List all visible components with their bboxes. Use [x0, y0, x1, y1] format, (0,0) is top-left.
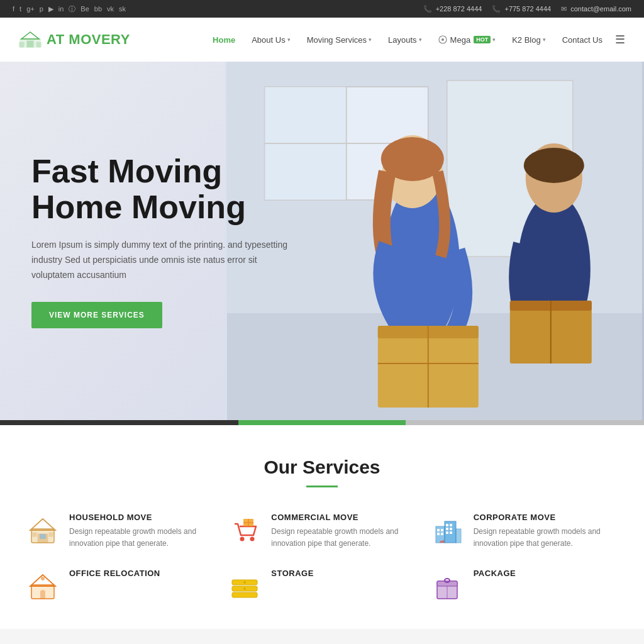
office-icon	[25, 569, 60, 604]
svg-rect-31	[33, 533, 36, 536]
progress-gray	[406, 420, 644, 425]
view-more-services-button[interactable]: VIEW MORE SERVICES	[31, 302, 162, 328]
service-package: PACKAGE	[430, 569, 619, 604]
svg-rect-48	[450, 528, 452, 530]
svg-point-19	[524, 148, 584, 183]
nav-mega[interactable]: Mega HOT ▾	[432, 31, 502, 48]
googleplus-icon[interactable]: g+	[26, 5, 35, 13]
instagram-icon[interactable]: ⓘ	[69, 4, 75, 14]
behance-icon[interactable]: Be	[80, 5, 89, 13]
svg-rect-61	[445, 579, 450, 582]
skype-icon[interactable]: sk	[119, 5, 126, 13]
household-title: HOUSEHOLD MOVE	[69, 513, 214, 522]
commercial-icon	[227, 513, 262, 548]
email: ✉ contact@email.com	[561, 5, 631, 13]
svg-rect-44	[441, 533, 443, 535]
progress-black	[0, 420, 238, 425]
svg-rect-2	[27, 41, 33, 47]
household-content: HOUSEHOLD MOVE Design repeatable growth …	[69, 513, 214, 550]
contact-info: 📞 +228 872 4444 📞 +775 872 4444 ✉ contac…	[423, 5, 631, 13]
household-icon	[25, 513, 60, 548]
commercial-desc: Design repeatable growth models and inno…	[271, 526, 416, 550]
package-title: PACKAGE	[474, 569, 516, 578]
household-desc: Design repeatable growth models and inno…	[69, 526, 214, 550]
pinterest-icon[interactable]: p	[40, 5, 43, 13]
package-icon	[430, 569, 465, 604]
svg-rect-42	[441, 529, 443, 531]
svg-rect-30	[40, 534, 46, 539]
section-underline	[306, 486, 338, 487]
youtube-icon[interactable]: ▶	[48, 5, 53, 13]
services-section: Our Services HOUSEHOLD MOVE Design repea…	[0, 425, 644, 629]
service-storage: STORAGE	[227, 569, 416, 604]
corporate-desc: Design repeatable growth models and inno…	[474, 526, 619, 550]
logo-icon	[19, 31, 42, 48]
corporate-content: CORPORATE MOVE Design repeatable growth …	[474, 513, 619, 550]
hero-section: Fast Moving Home Moving Lorem Ipsum is s…	[0, 62, 644, 420]
hero-description: Lorem Ipsum is simply dummy text of the …	[31, 238, 296, 282]
top-bar: f t g+ p ▶ in ⓘ Be bb vk sk 📞 +228 872 4…	[0, 0, 644, 18]
logo[interactable]: AT MOVERY	[19, 31, 130, 48]
commercial-title: COMMERCIAL MOVE	[271, 513, 416, 522]
svg-rect-32	[49, 533, 53, 536]
mega-icon	[438, 35, 447, 44]
corporate-title: CORPORATE MOVE	[474, 513, 619, 522]
nav-home[interactable]: Home	[206, 31, 242, 48]
nav-contact[interactable]: Contact Us	[556, 31, 609, 48]
service-household: HOUSEHOLD MOVE Design repeatable growth …	[25, 513, 214, 550]
service-office: OFFICE RELOCATION	[25, 569, 214, 604]
svg-rect-50	[450, 531, 452, 534]
nav-k2blog[interactable]: K2 Blog ▾	[506, 31, 552, 48]
header: AT MOVERY Home About Us ▾ Moving Service…	[0, 18, 644, 62]
nav-moving-services[interactable]: Moving Services ▾	[301, 31, 378, 48]
main-nav: Home About Us ▾ Moving Services ▾ Layout…	[206, 31, 625, 48]
svg-rect-47	[446, 528, 448, 530]
nav-about[interactable]: About Us ▾	[245, 31, 296, 48]
office-title: OFFICE RELOCATION	[69, 569, 160, 578]
services-title: Our Services	[25, 457, 619, 478]
svg-point-6	[441, 38, 444, 41]
svg-rect-40	[456, 529, 461, 543]
services-grid: HOUSEHOLD MOVE Design repeatable growth …	[25, 513, 619, 604]
hero-title: Fast Moving Home Moving	[31, 153, 296, 225]
facebook-icon[interactable]: f	[13, 5, 14, 13]
svg-point-34	[250, 537, 255, 541]
phone1: 📞 +228 872 4444	[423, 5, 482, 13]
storage-title: STORAGE	[271, 569, 314, 578]
progress-green	[238, 420, 406, 425]
office-content: OFFICE RELOCATION	[69, 569, 160, 582]
svg-point-58	[243, 587, 246, 590]
hero-content: Fast Moving Home Moving Lorem Ipsum is s…	[0, 153, 327, 328]
svg-point-33	[240, 537, 245, 541]
hamburger-menu[interactable]: ☰	[615, 33, 625, 47]
svg-rect-46	[450, 524, 452, 526]
svg-rect-3	[19, 42, 24, 47]
linkedin-icon[interactable]: in	[58, 5, 64, 13]
vk-icon[interactable]: vk	[107, 5, 114, 13]
service-corporate: CORPORATE MOVE Design repeatable growth …	[430, 513, 619, 550]
service-commercial: COMMERCIAL MOVE Design repeatable growth…	[227, 513, 416, 550]
storage-content: STORAGE	[271, 569, 314, 582]
svg-rect-49	[446, 531, 448, 534]
twitter-icon[interactable]: t	[19, 5, 21, 13]
storage-icon	[227, 569, 262, 604]
svg-rect-41	[437, 529, 440, 531]
phone2: 📞 +775 872 4444	[492, 5, 551, 13]
svg-point-57	[243, 581, 246, 584]
svg-rect-43	[437, 533, 440, 535]
corporate-icon	[430, 513, 465, 548]
progress-strip	[0, 420, 644, 425]
svg-rect-45	[446, 524, 448, 526]
nav-layouts[interactable]: Layouts ▾	[382, 31, 428, 48]
logo-text: AT MOVERY	[47, 31, 130, 48]
blackberry-icon[interactable]: bb	[94, 5, 102, 13]
svg-rect-56	[232, 592, 257, 597]
social-links[interactable]: f t g+ p ▶ in ⓘ Be bb vk sk	[13, 4, 126, 14]
svg-rect-4	[36, 42, 42, 47]
package-content: PACKAGE	[474, 569, 516, 582]
svg-point-53	[41, 577, 45, 580]
commercial-content: COMMERCIAL MOVE Design repeatable growth…	[271, 513, 416, 550]
